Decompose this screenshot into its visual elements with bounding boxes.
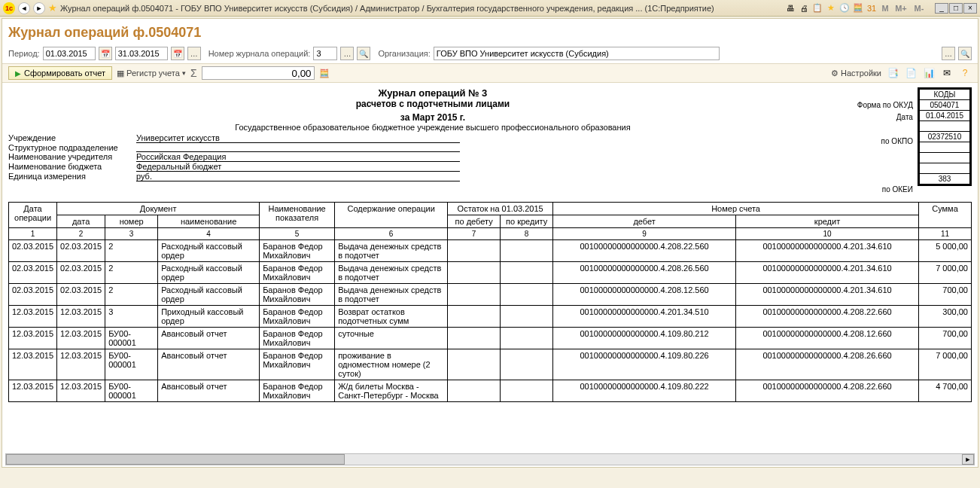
date-from-input[interactable] xyxy=(43,47,96,60)
m-minus-button[interactable]: M- xyxy=(911,2,927,14)
close-button[interactable]: × xyxy=(963,3,977,14)
titlebar: 1c ◄ ► ★ Журнал операций ф.0504071 - ГОБ… xyxy=(0,0,980,17)
sigma-icon: Σ xyxy=(190,67,197,79)
titlebar-tools: 🖶 🖨 📋 ★ 🕓 🧮 31 M M+ M- xyxy=(784,2,927,14)
calendar-from-icon[interactable]: 📅 xyxy=(99,47,112,60)
journal-num-label: Номер журнала операций: xyxy=(208,49,311,58)
sum-input[interactable] xyxy=(202,66,315,80)
table-row[interactable]: 12.03.201512.03.2015БУ00-000001Авансовый… xyxy=(9,349,972,380)
report-area[interactable]: Журнал операций № 3 расчетов с подотчетн… xyxy=(2,83,978,467)
table-row[interactable]: 12.03.201512.03.2015БУ00-000001Авансовый… xyxy=(9,380,972,402)
scroll-thumb[interactable] xyxy=(6,454,345,465)
minimize-button[interactable]: _ xyxy=(935,3,948,14)
org-label: Организация: xyxy=(378,49,430,58)
table-row[interactable]: 12.03.201512.03.20153Приходный кассовый … xyxy=(9,306,972,328)
favorite-icon[interactable]: ★ xyxy=(48,2,57,14)
scroll-right-icon[interactable]: ► xyxy=(962,454,974,465)
org-full-name: Государственное образовательное бюджетно… xyxy=(8,123,857,132)
journal-search-icon[interactable]: 🔍 xyxy=(357,47,370,60)
codes-block: Форма по ОКУД Дата по ОКПО по ОКЕИ КОДЫ … xyxy=(857,87,972,196)
mail-icon[interactable]: ✉ xyxy=(940,66,954,80)
org-info: УчреждениеУниверситет искусств Структурн… xyxy=(8,133,857,181)
toolbar: ▶ Сформировать отчет ▦ Регистр учета ▾ Σ… xyxy=(2,63,978,83)
report-title-2: расчетов с подотчетными лицами xyxy=(8,99,857,109)
org-input[interactable] xyxy=(434,47,720,60)
calendar-icon[interactable]: 31 xyxy=(866,2,878,14)
history-icon[interactable]: 🕓 xyxy=(838,2,851,14)
calc-icon[interactable]: 🧮 xyxy=(852,2,864,14)
star-icon[interactable]: ★ xyxy=(825,2,837,14)
horizontal-scrollbar[interactable]: ◄ ► xyxy=(5,453,975,465)
report-title-3: за Март 2015 г. xyxy=(8,112,857,123)
date-to-input[interactable] xyxy=(115,47,168,60)
table-row[interactable]: 02.03.201502.03.20152Расходный кассовый … xyxy=(9,262,972,284)
copy-icon[interactable]: 📋 xyxy=(811,2,823,14)
play-icon: ▶ xyxy=(15,69,21,78)
params-bar: Период: 📅 📅 … Номер журнала операций: … … xyxy=(2,44,978,63)
table-row[interactable]: 02.03.201502.03.20152Расходный кассовый … xyxy=(9,240,972,262)
page-title: Журнал операций ф.0504071 xyxy=(2,19,978,44)
chevron-down-icon: ▾ xyxy=(182,69,186,77)
org-picker-button[interactable]: … xyxy=(942,47,955,60)
print-icon[interactable]: 🖶 xyxy=(784,2,796,14)
journal-num-input[interactable] xyxy=(313,47,337,60)
calc-button[interactable]: 🧮 xyxy=(319,69,330,78)
journal-picker-button[interactable]: … xyxy=(340,47,354,60)
table-row[interactable]: 02.03.201502.03.20152Расходный кассовый … xyxy=(9,284,972,306)
generate-report-button[interactable]: ▶ Сформировать отчет xyxy=(8,66,112,80)
print2-icon[interactable]: 🖨 xyxy=(798,2,810,14)
org-search-icon[interactable]: 🔍 xyxy=(958,47,972,60)
journal-table: Дата операции Документ Наименование пока… xyxy=(8,202,972,402)
m-plus-button[interactable]: M+ xyxy=(893,2,909,14)
generate-label: Сформировать отчет xyxy=(24,69,105,78)
gear-icon: ⚙ xyxy=(831,69,838,78)
calendar-to-icon[interactable]: 📅 xyxy=(171,47,184,60)
nav-fwd-button[interactable]: ► xyxy=(33,2,45,14)
settings-link[interactable]: ⚙ Настройки xyxy=(831,69,881,78)
table-row[interactable]: 12.03.201512.03.2015БУ00-000001Авансовый… xyxy=(9,328,972,349)
app-logo-icon: 1c xyxy=(3,2,15,14)
tool2-icon[interactable]: 📄 xyxy=(904,66,918,80)
content-area: Журнал операций ф.0504071 Период: 📅 📅 … … xyxy=(2,18,978,468)
tool1-icon[interactable]: 📑 xyxy=(886,66,899,80)
window-title: Журнал операций ф.0504071 - ГОБУ ВПО Уни… xyxy=(60,4,781,13)
table-icon: ▦ xyxy=(117,69,124,78)
help-icon[interactable]: ? xyxy=(958,66,972,80)
report-title-1: Журнал операций № 3 xyxy=(8,87,857,99)
register-link[interactable]: ▦ Регистр учета ▾ xyxy=(117,69,186,78)
nav-back-button[interactable]: ◄ xyxy=(18,2,30,14)
period-label: Период: xyxy=(8,49,40,58)
period-picker-button[interactable]: … xyxy=(187,47,201,60)
m-button[interactable]: M xyxy=(879,2,891,14)
maximize-button[interactable]: □ xyxy=(949,3,963,14)
tool3-icon[interactable]: 📊 xyxy=(922,66,936,80)
